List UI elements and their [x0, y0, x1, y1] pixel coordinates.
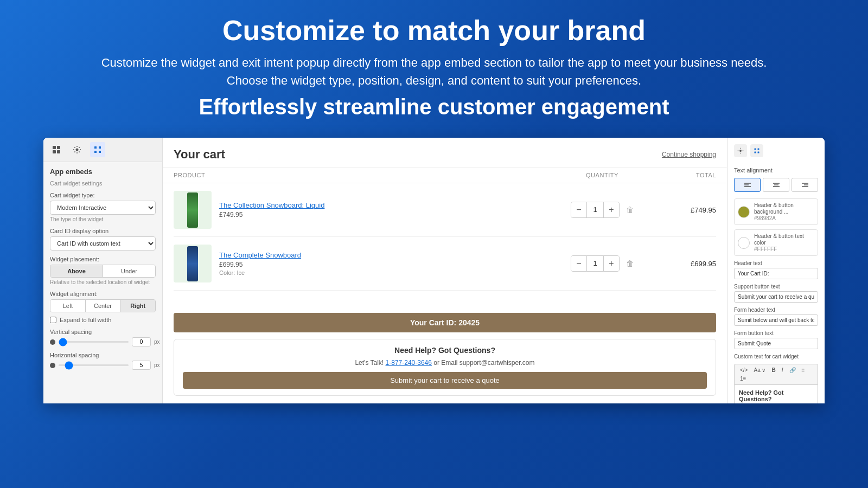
- text-alignment-label: Text alignment: [734, 167, 818, 174]
- delete-icon[interactable]: 🗑: [626, 206, 634, 214]
- cart-widget-settings-label: Cart widget settings: [50, 180, 156, 187]
- item-name[interactable]: The Collection Snowboard: Liquid: [219, 201, 553, 209]
- svg-rect-0: [53, 146, 56, 149]
- placement-above-btn[interactable]: Above: [50, 265, 103, 277]
- qty-decrease-btn[interactable]: −: [571, 202, 586, 217]
- expand-checkbox[interactable]: [50, 317, 56, 323]
- custom-text-editor: </> Aa ∨ B I 🔗 ≡ 1≡ Need Help? Got Quest…: [734, 364, 818, 403]
- quantity-control-2: − 1 + 🗑: [553, 255, 651, 272]
- editor-content[interactable]: Need Help? Got Questions? Let's Talk! 1-…: [734, 385, 818, 403]
- header-text-value: #FFFFFF: [754, 246, 814, 252]
- cart-widget-type-select[interactable]: Modern Interactive: [50, 201, 156, 215]
- main-area: Your cart Continue shopping PRODUCT QUAN…: [163, 138, 727, 403]
- settings-panel-icon[interactable]: [734, 144, 747, 157]
- editor-list-btn[interactable]: ≡: [800, 367, 807, 374]
- form-header-label: Form header text: [734, 307, 818, 313]
- qty-increase-btn[interactable]: +: [604, 202, 619, 217]
- editor-link-btn[interactable]: 🔗: [787, 367, 798, 374]
- svg-rect-12: [755, 152, 756, 153]
- item-price: £749.95: [219, 211, 553, 219]
- svg-rect-5: [94, 146, 97, 149]
- col-product-header: PRODUCT: [174, 172, 553, 178]
- expand-label: Expand to full width: [60, 317, 111, 323]
- sidebar-icons: [43, 138, 162, 162]
- align-buttons: [734, 178, 818, 192]
- item-name-2[interactable]: The Complete Snowboard: [219, 251, 553, 259]
- svg-rect-1: [57, 146, 60, 149]
- apps-icon[interactable]: [90, 142, 105, 157]
- header-text-swatch[interactable]: [738, 237, 750, 249]
- vertical-spacing-control: px: [50, 337, 156, 346]
- form-button-input[interactable]: [734, 338, 818, 349]
- header-text-input[interactable]: [734, 268, 818, 279]
- align-left-btn[interactable]: Left: [50, 300, 86, 312]
- col-quantity-header: QUANTITY: [553, 172, 651, 178]
- header-bg-label: Header & button background ...: [754, 202, 814, 215]
- support-btn-input[interactable]: [734, 291, 818, 303]
- cart-widget-hint: The type of the widget: [50, 216, 156, 222]
- qty-value: 1: [586, 202, 604, 217]
- svg-rect-2: [53, 150, 56, 153]
- submit-quote-btn[interactable]: Submit your cart to receive a quote: [183, 372, 707, 389]
- header-text-color-row: Header & button text color #FFFFFF: [734, 229, 818, 256]
- placement-btn-group: Above Under: [50, 265, 156, 278]
- grid-panel-icon[interactable]: [750, 144, 763, 157]
- item-variant-2: Color: Ice: [219, 269, 553, 276]
- item-image: [174, 191, 212, 229]
- placement-under-btn[interactable]: Under: [103, 265, 155, 277]
- align-center-btn-right[interactable]: [763, 178, 789, 192]
- help-text-prefix: Let's Talk!: [355, 359, 385, 367]
- editor-aa-btn[interactable]: Aa ∨: [751, 367, 768, 374]
- svg-rect-13: [758, 152, 760, 153]
- align-left-btn-right[interactable]: [734, 178, 761, 192]
- editor-italic-btn[interactable]: I: [780, 367, 786, 374]
- delete-icon-2[interactable]: 🗑: [626, 259, 634, 268]
- expand-checkbox-row: Expand to full width: [50, 317, 156, 323]
- cart-items: The Collection Snowboard: Liquid £749.95…: [163, 183, 727, 305]
- grid-icon[interactable]: [49, 142, 64, 157]
- align-right-btn-right[interactable]: [792, 178, 818, 192]
- form-header-input[interactable]: [734, 314, 818, 326]
- settings-icon[interactable]: [69, 142, 85, 157]
- continue-shopping-link[interactable]: Continue shopping: [662, 151, 716, 158]
- snowboard-graphic-1: [187, 192, 198, 228]
- help-phone-link[interactable]: 1-877-240-3646: [386, 359, 432, 367]
- hero-section: Customize to match your brand Customize …: [0, 0, 868, 138]
- align-right-btn[interactable]: Right: [120, 300, 155, 312]
- horizontal-spacing-slider[interactable]: [59, 364, 129, 366]
- editor-link-text[interactable]: 1-877-240-3646: [767, 402, 809, 403]
- cart-header: Your cart Continue shopping: [163, 138, 727, 168]
- editor-code-btn[interactable]: </>: [738, 367, 750, 374]
- vertical-spacing-input[interactable]: [132, 337, 151, 346]
- header-bg-swatch[interactable]: [738, 206, 750, 218]
- align-center-btn[interactable]: Center: [86, 300, 121, 312]
- qty-increase-btn-2[interactable]: +: [604, 256, 619, 271]
- editor-ol-btn[interactable]: 1≡: [738, 375, 748, 382]
- svg-point-9: [739, 150, 742, 152]
- horizontal-spacing-input[interactable]: [132, 361, 151, 370]
- item-price-2: £699.95: [219, 261, 553, 268]
- widget-section: Your Cart ID: 20425 Need Help? Got Quest…: [163, 305, 727, 403]
- item-details: The Collection Snowboard: Liquid £749.95: [219, 201, 553, 219]
- card-id-display-select[interactable]: Cart ID with custom text: [50, 236, 156, 251]
- qty-control-2: − 1 +: [571, 255, 620, 272]
- vertical-spacing-slider[interactable]: [59, 341, 129, 343]
- qty-control: − 1 +: [571, 202, 620, 218]
- cart-id-button[interactable]: Your Cart ID: 20425: [174, 313, 716, 332]
- table-row: The Complete Snowboard £699.95 Color: Ic…: [174, 237, 716, 291]
- help-card: Need Help? Got Questions? Let's Talk! 1-…: [174, 339, 716, 396]
- qty-decrease-btn-2[interactable]: −: [571, 256, 586, 271]
- editor-bold-btn[interactable]: B: [769, 367, 777, 374]
- hero-subtitle: Customize the widget and exit intent pop…: [81, 54, 787, 89]
- right-panel: Text alignment Header & button backgroun…: [727, 138, 825, 403]
- header-bg-info: Header & button background ... #98982A: [754, 202, 814, 221]
- editor-bold-text: Need Help? Got Questions?: [739, 389, 784, 402]
- sidebar: App embeds Cart widget settings Cart wid…: [43, 138, 163, 403]
- hero-title: Customize to match your brand: [43, 15, 825, 46]
- form-button-label: Form button text: [734, 330, 818, 336]
- custom-text-label: Custom text for cart widget: [734, 354, 818, 359]
- cart-title: Your cart: [174, 147, 225, 162]
- widget-alignment-label: Widget alignment:: [50, 291, 156, 297]
- help-text: Let's Talk! 1-877-240-3646 or Email supp…: [183, 359, 707, 367]
- widget-placement-label: Widget placement:: [50, 256, 156, 262]
